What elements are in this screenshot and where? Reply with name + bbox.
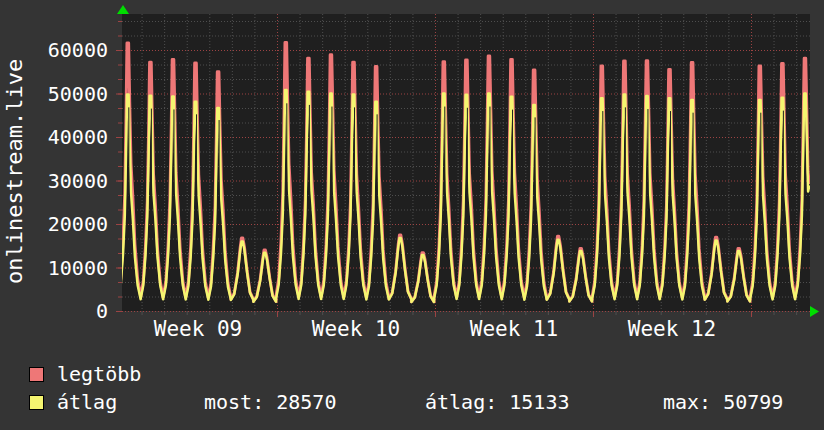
stat-most: most: 28570: [204, 392, 336, 412]
legend-label-legtobb: legtöbb: [57, 364, 141, 384]
x-tick-label-week-12: Week 12: [602, 318, 742, 340]
y-tick-label-40000: 40000: [8, 127, 108, 147]
y-axis-arrow-icon: [117, 5, 129, 14]
legend-swatch-legtobb: [29, 367, 44, 382]
stat-atlag: átlag: 15133: [425, 392, 570, 412]
y-tick-label-10000: 10000: [8, 258, 108, 278]
y-tick-label-60000: 60000: [8, 40, 108, 60]
y-tick-label-30000: 30000: [8, 171, 108, 191]
x-axis-arrow-icon: [810, 306, 819, 317]
legend-swatch-atlag: [29, 395, 44, 410]
y-tick-label-0: 0: [8, 301, 108, 321]
stat-max: max: 50799: [663, 392, 783, 412]
y-tick-label-50000: 50000: [8, 84, 108, 104]
x-tick-label-week-11: Week 11: [444, 318, 584, 340]
legend-label-atlag: átlag: [57, 392, 117, 412]
x-tick-label-week-9: Week 09: [128, 318, 268, 340]
x-tick-label-week-10: Week 10: [286, 318, 426, 340]
y-tick-label-20000: 20000: [8, 214, 108, 234]
